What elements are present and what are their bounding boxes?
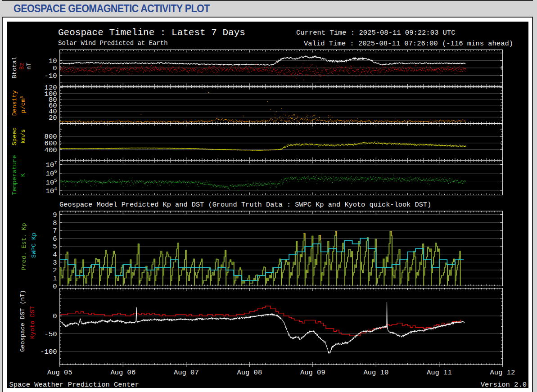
svg-text:-10: -10	[45, 72, 57, 80]
svg-text:Space Weather Prediction Cente: Space Weather Prediction Center	[9, 381, 139, 388]
svg-text:106: 106	[46, 169, 57, 178]
svg-text:Bz: Bz	[18, 63, 25, 70]
svg-text:km/s: km/s	[20, 129, 27, 144]
svg-text:Kyoto DST: Kyoto DST	[29, 306, 36, 339]
svg-text:Version 2.0: Version 2.0	[481, 381, 527, 388]
svg-text:Geospace Timeline : Latest 7 D: Geospace Timeline : Latest 7 Days	[58, 27, 245, 38]
svg-text:Solar Wind Predicted at Earth: Solar Wind Predicted at Earth	[58, 40, 168, 47]
svg-text:3: 3	[53, 259, 57, 267]
svg-text:6: 6	[53, 235, 57, 243]
svg-text:5: 5	[53, 243, 57, 251]
svg-text:Temperature: Temperature	[11, 155, 18, 195]
svg-text:7: 7	[53, 227, 57, 235]
svg-text:0: 0	[53, 64, 57, 72]
svg-text:-50: -50	[45, 330, 57, 338]
svg-text:105: 105	[46, 178, 57, 187]
svg-text:Density: Density	[11, 90, 18, 116]
svg-text:Aug 06: Aug 06	[110, 369, 135, 377]
svg-text:Aug 08: Aug 08	[237, 369, 262, 377]
svg-text:K: K	[20, 173, 27, 177]
svg-text:2: 2	[53, 266, 57, 275]
svg-text:Geospace DST (nT): Geospace DST (nT)	[19, 290, 26, 352]
svg-text:nT: nT	[26, 63, 32, 70]
svg-text:0: 0	[53, 283, 57, 291]
svg-text:8: 8	[53, 219, 57, 227]
svg-text:Aug 07: Aug 07	[174, 369, 199, 377]
svg-text:-100: -100	[40, 348, 57, 356]
svg-text:107: 107	[46, 160, 57, 169]
svg-text:Current Time : 2025-08-11 09:2: Current Time : 2025-08-11 09:22:03 UTC	[296, 29, 455, 37]
svg-text:9: 9	[53, 211, 57, 219]
svg-text:SWPC Kp: SWPC Kp	[31, 233, 37, 258]
svg-text:Aug 10: Aug 10	[363, 369, 388, 377]
svg-text:Geospace Model Predicted Kp an: Geospace Model Predicted Kp and DST (Gro…	[59, 201, 431, 209]
svg-text:Aug 11: Aug 11	[427, 369, 452, 377]
svg-text:Aug 12: Aug 12	[490, 369, 515, 377]
svg-text:10: 10	[49, 57, 57, 65]
svg-text:Btotal: Btotal	[11, 57, 18, 79]
svg-text:Speed: Speed	[11, 127, 18, 146]
svg-text:0: 0	[53, 312, 57, 320]
svg-text:Aug 09: Aug 09	[300, 369, 325, 377]
svg-text:Pred. Est. Kp: Pred. Est. Kp	[21, 223, 27, 270]
svg-text:p/cm3: p/cm3	[20, 96, 27, 113]
svg-text:Valid Time : 2025-08-11 07:26:: Valid Time : 2025-08-11 07:26:00 (-116 m…	[304, 40, 513, 48]
svg-text:4: 4	[53, 251, 57, 259]
svg-text:Aug 05: Aug 05	[47, 369, 72, 377]
svg-text:104: 104	[46, 186, 57, 195]
svg-text:120: 120	[45, 84, 57, 92]
svg-text:1: 1	[53, 275, 57, 283]
svg-text:800: 800	[45, 133, 57, 141]
